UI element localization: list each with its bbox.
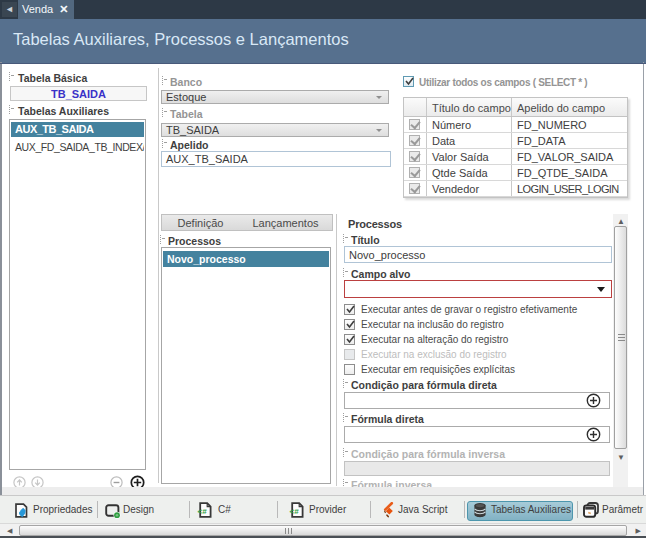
- svg-text:<#: <#: [290, 507, 300, 516]
- svg-text:<#: <#: [198, 507, 208, 516]
